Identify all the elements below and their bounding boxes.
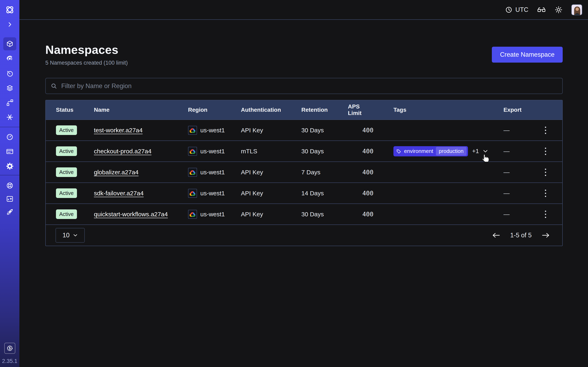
avatar-image <box>572 5 582 15</box>
chevron-down-icon <box>483 149 488 154</box>
sidebar-item-get-started[interactable] <box>3 206 16 218</box>
tag-value: production <box>436 147 466 156</box>
pricing-badge-icon: $ <box>6 344 14 352</box>
namespaces-table: Status Name Region Authentication Retent… <box>45 100 563 246</box>
row-menu-button[interactable] <box>542 166 549 178</box>
search-icon <box>51 83 57 89</box>
prev-page-button[interactable] <box>491 231 501 240</box>
auth-cell: mTLS <box>241 148 301 155</box>
status-badge: Active <box>56 188 77 198</box>
row-menu-button[interactable] <box>542 208 549 220</box>
row-menu-button[interactable] <box>542 187 549 199</box>
cube-icon <box>6 40 14 48</box>
page-size-select[interactable]: 10 <box>56 228 85 243</box>
region-label: us-west1 <box>200 190 225 197</box>
page-range-label: 1-5 of 5 <box>510 232 532 239</box>
sidebar: $ 2.35.1 <box>0 0 19 367</box>
app-root: $ 2.35.1 UTC Namespaces 5 Nam <box>0 0 588 367</box>
retention-cell: 30 Days <box>301 211 348 218</box>
table-row: Active test-worker.a27a4 us-west1 API Ke… <box>46 119 562 141</box>
sidebar-item-schedules[interactable] <box>3 67 16 80</box>
status-badge: Active <box>56 167 77 177</box>
table-header: Status Name Region Authentication Retent… <box>46 100 562 119</box>
sidebar-item-settings[interactable] <box>3 160 16 173</box>
sidebar-divider <box>0 175 19 175</box>
gear-icon <box>6 162 14 170</box>
gauge-icon <box>6 133 14 141</box>
create-namespace-button[interactable]: Create Namespace <box>492 47 563 63</box>
sidebar-item-usage[interactable] <box>3 130 16 143</box>
namespace-link[interactable]: globalizer.a27a4 <box>94 169 139 175</box>
sidebar-item-support[interactable] <box>3 179 16 192</box>
reading-mode-button[interactable] <box>537 6 546 14</box>
timezone-button[interactable]: UTC <box>505 6 528 13</box>
tag-pill[interactable]: environment production <box>393 146 468 156</box>
kebab-menu-icon <box>544 189 547 198</box>
page-title: Namespaces <box>45 43 128 57</box>
arrow-right-icon <box>542 232 550 238</box>
namespaces-page: Namespaces 5 Namespaces created (100 lim… <box>19 20 588 246</box>
sidebar-item-billing[interactable] <box>3 145 16 158</box>
aps-limit-value: 400 <box>348 190 373 197</box>
column-header-authentication: Authentication <box>241 107 301 113</box>
timezone-label: UTC <box>515 6 528 13</box>
aps-limit-value: 400 <box>348 211 373 218</box>
svg-text:$: $ <box>9 346 11 350</box>
google-cloud-icon <box>188 147 197 156</box>
sidebar-item-namespaces[interactable] <box>3 37 16 50</box>
aps-limit-value: 400 <box>348 127 373 134</box>
column-header-name: Name <box>94 107 188 113</box>
sidebar-item-whats-new[interactable] <box>3 192 16 206</box>
sidebar-item-pipeline[interactable] <box>3 96 16 109</box>
google-cloud-icon <box>188 168 197 177</box>
tags-more-count: +1 <box>472 148 479 155</box>
arrow-left-icon <box>492 232 500 238</box>
kebab-menu-icon <box>544 147 547 156</box>
asterisk-icon <box>6 113 14 122</box>
table-row: Active sdk-failover.a27a4 us-west1 API K… <box>46 183 562 203</box>
sun-icon <box>554 6 563 14</box>
sidebar-expand-button[interactable] <box>6 20 14 29</box>
theme-toggle-button[interactable] <box>554 6 563 14</box>
pricing-badge-button[interactable]: $ <box>4 343 15 354</box>
expand-tags-button[interactable] <box>482 148 489 155</box>
namespace-link[interactable]: test-worker.a27a4 <box>94 127 143 133</box>
sidebar-item-layers[interactable] <box>3 82 16 95</box>
region-label: us-west1 <box>200 211 225 218</box>
aps-limit-value: 400 <box>348 169 373 176</box>
google-cloud-icon <box>188 189 197 198</box>
sidebar-item-orbit[interactable] <box>3 52 16 65</box>
filter-input[interactable] <box>61 82 557 90</box>
row-menu-button[interactable] <box>542 124 549 136</box>
status-badge: Active <box>56 209 77 219</box>
retention-cell: 7 Days <box>301 169 348 176</box>
column-header-retention: Retention <box>301 107 348 113</box>
auth-cell: API Key <box>241 211 301 218</box>
export-value: — <box>503 211 510 218</box>
next-page-button[interactable] <box>541 231 551 240</box>
status-badge: Active <box>56 125 77 135</box>
app-version: 2.35.1 <box>2 358 17 364</box>
export-value: — <box>503 190 510 197</box>
row-menu-button[interactable] <box>542 145 549 157</box>
namespace-link[interactable]: quickstart-workflows.a27a4 <box>94 211 168 217</box>
auth-cell: API Key <box>241 169 301 176</box>
table-row: Active quickstart-workflows.a27a4 us-wes… <box>46 203 562 225</box>
clock-icon <box>505 6 512 13</box>
temporal-logo-icon[interactable] <box>4 4 15 15</box>
user-avatar[interactable] <box>571 4 582 15</box>
status-badge: Active <box>56 146 77 156</box>
column-header-export: Export <box>503 107 562 113</box>
retention-cell: 14 Days <box>301 190 348 197</box>
tags-group: environment production +1 <box>393 146 489 156</box>
kebab-menu-icon <box>544 126 547 134</box>
sidebar-item-asterisk[interactable] <box>3 111 16 124</box>
region-label: us-west1 <box>200 148 225 155</box>
pagination: 10 1-5 of 5 <box>46 225 562 246</box>
export-value: — <box>503 127 510 134</box>
tag-key: environment <box>404 148 433 154</box>
namespace-link[interactable]: checkout-prod.a27a4 <box>94 148 151 155</box>
page-size-value: 10 <box>62 232 69 239</box>
namespace-link[interactable]: sdk-failover.a27a4 <box>94 190 144 197</box>
column-header-status: Status <box>56 107 94 113</box>
